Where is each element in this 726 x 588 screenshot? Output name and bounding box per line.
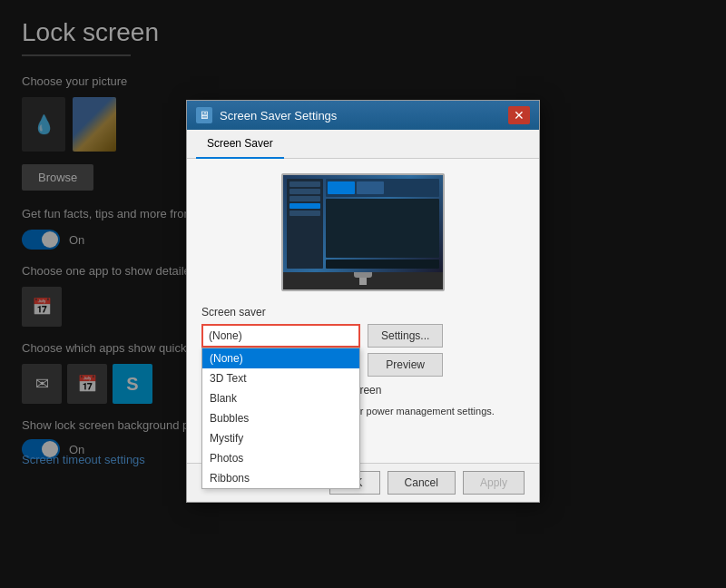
dropdown-menu: (None) 3D Text Blank Bubbles Mystify Pho… [201,348,360,489]
dialog-body: Screen saver (None) 3D Text Blank Bubble… [187,159,539,463]
dialog-tab-bar: Screen Saver [187,130,539,159]
screen-saver-select[interactable]: (None) 3D Text Blank Bubbles Mystify Pho… [201,324,360,348]
apply-button[interactable]: Apply [463,471,525,495]
dialog-close-button[interactable]: ✕ [508,106,530,124]
dropdown-item-none[interactable]: (None) [202,348,359,368]
dialog-titlebar: 🖥 Screen Saver Settings ✕ [187,101,539,130]
cancel-button[interactable]: Cancel [388,471,456,495]
dialog-overlay: 🖥 Screen Saver Settings ✕ Screen Saver [0,0,726,588]
screen-saver-label: Screen saver [201,306,525,318]
monitor-stand [359,278,367,285]
dropdown-item-ribbons[interactable]: Ribbons [202,468,359,488]
screen-saver-preview [281,173,445,291]
dropdown-item-bubbles[interactable]: Bubbles [202,408,359,428]
dropdown-item-3dtext[interactable]: 3D Text [202,368,359,388]
dropdown-item-photos[interactable]: Photos [202,448,359,468]
preview-button[interactable]: Preview [368,353,443,377]
screen-saver-dialog: 🖥 Screen Saver Settings ✕ Screen Saver [186,100,540,503]
dialog-title: Screen Saver Settings [220,109,508,122]
tab-screen-saver[interactable]: Screen Saver [196,130,284,159]
dialog-icon: 🖥 [196,107,212,123]
dropdown-item-mystify[interactable]: Mystify [202,428,359,448]
preview-screen-area [283,175,443,272]
settings-button[interactable]: Settings... [368,324,443,348]
screen-saver-dropdown-container: (None) 3D Text Blank Bubbles Mystify Pho… [201,324,360,348]
dropdown-item-blank[interactable]: Blank [202,388,359,408]
